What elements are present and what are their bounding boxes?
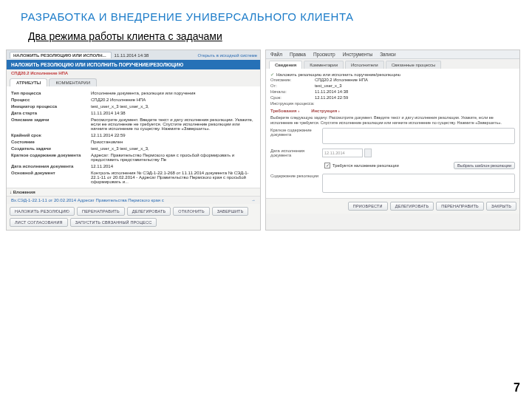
lbl-creator: Создатель задачи bbox=[11, 146, 91, 151]
btn-complete[interactable]: ЗАВЕРШИТЬ bbox=[212, 207, 249, 216]
val-summary: Адресат: Правительство Пермского края с … bbox=[91, 153, 256, 162]
k-from: От: bbox=[270, 83, 315, 88]
btn-start-linked[interactable]: ЗАПУСТИТЬ СВЯЗАННЫЙ ПРОЦЕСС bbox=[70, 218, 157, 227]
val-start: 11.11.2014 14:38 bbox=[91, 111, 256, 115]
rtab-info[interactable]: Сведения bbox=[269, 61, 302, 69]
lbl-desc: Описание задачи bbox=[11, 117, 91, 131]
v-pinstr bbox=[337, 101, 515, 106]
k-desc: Описание: bbox=[270, 78, 315, 82]
v-begin: 11.11.2014 14:38 bbox=[315, 89, 515, 94]
checkbox-need-resolution[interactable]: ✓ bbox=[324, 163, 330, 168]
lbl-summary-r: Краткое содержание документа bbox=[270, 128, 322, 137]
lbl-summary: Краткое содержание документа bbox=[11, 153, 91, 162]
rbtn-close[interactable]: Закрыть bbox=[486, 202, 516, 211]
k-pinstr: Инструкция процесса: bbox=[270, 101, 337, 106]
window-tab[interactable]: НАЛОЖИТЬ РЕЗОЛЮЦИЮ ИЛИ ИСПОЛН... bbox=[10, 52, 112, 58]
btn-delegate[interactable]: ДЕЛЕГИРОВАТЬ bbox=[127, 207, 171, 216]
lbl-maindoc: Основной документ bbox=[11, 171, 91, 184]
page-number: 7 bbox=[514, 381, 520, 395]
input-exec-date[interactable]: 12.11.2014 bbox=[322, 149, 363, 157]
lbl-start: Дата старта bbox=[11, 111, 91, 115]
val-state: Приостановлен bbox=[91, 140, 256, 144]
form-area: Тип процессаИсполнение документа, резолю… bbox=[7, 86, 260, 188]
v-due: 12.11.2014 22:59 bbox=[315, 95, 515, 100]
calendar-icon[interactable] bbox=[364, 149, 372, 157]
rtab-linked[interactable]: Связанные процессы bbox=[386, 61, 442, 69]
k-begin: Начало: bbox=[270, 89, 315, 94]
attachment-link[interactable]: Вх.СЭД-1-22.1-11 от 20.02.2014 Адресат П… bbox=[11, 198, 164, 202]
task-icon: ✔ bbox=[270, 72, 274, 77]
val-creator[interactable]: test_user_x_3 test_user_x_3, bbox=[91, 146, 256, 151]
v-desc: СПД20.2 Исполнение НПА bbox=[315, 78, 515, 82]
lbl-res-content: Содержание резолюции bbox=[270, 174, 322, 178]
btn-resolution[interactable]: НАЛОЖИТЬ РЕЗОЛЮЦИЮ bbox=[10, 207, 75, 216]
process-name: СПД20.2 Исполнение НПА bbox=[7, 69, 260, 78]
lbl-deadline: Крайний срок bbox=[11, 133, 91, 137]
window-titlebar: НАЛОЖИТЬ РЕЗОЛЮЦИЮ ИЛИ ИСПОЛН... 11.11.2… bbox=[7, 50, 260, 60]
left-tabs: АТРИБУТЫ КОММЕНТАРИИ bbox=[7, 78, 260, 86]
val-exec-date: 12.11.2014 bbox=[91, 164, 256, 168]
btn-select-template[interactable]: Выбрать шаблон резолюции bbox=[454, 162, 515, 169]
right-action-bar: Приобрести Делегировать Перенаправить За… bbox=[266, 198, 519, 214]
rbtn-acquire[interactable]: Приобрести bbox=[348, 202, 388, 211]
val-deadline: 12.11.2014 22:59 bbox=[91, 133, 256, 137]
attachments-header[interactable]: ↓ Вложения bbox=[7, 188, 260, 197]
val-type: Исполнение документа, резолюции или пору… bbox=[91, 91, 256, 95]
menu-edit[interactable]: Правка bbox=[290, 52, 306, 57]
v-from: test_user_x_3 bbox=[315, 83, 515, 88]
val-maindoc[interactable]: Контроль исполнения № СЭД-1-22.1-268 от … bbox=[91, 171, 256, 184]
k-due: Срок: bbox=[270, 95, 315, 100]
lbl-type: Тип процесса bbox=[11, 91, 91, 95]
sec-instruction[interactable]: Инструкция › bbox=[311, 106, 340, 114]
app-menu: Файл Правка Просмотр Инструменты Записи bbox=[266, 50, 519, 59]
sec-requirements[interactable]: Требования › bbox=[270, 106, 299, 114]
menu-view[interactable]: Просмотр bbox=[313, 52, 335, 57]
chk-label: Требуется наложение резолюции bbox=[332, 163, 399, 168]
input-resolution[interactable] bbox=[322, 174, 515, 193]
slide-subtitle: Два режима работы клиента с задачами bbox=[0, 24, 532, 47]
open-source-link[interactable]: Открыть в исходной системе bbox=[197, 53, 257, 58]
btn-redirect[interactable]: ПЕРЕНАПРАВИТЬ bbox=[77, 207, 125, 216]
rbtn-delegate[interactable]: Делегировать bbox=[390, 202, 434, 211]
right-body: ✔ Наложить резолюцию или исполнить поруч… bbox=[266, 69, 519, 198]
menu-records[interactable]: Записи bbox=[380, 52, 396, 57]
rbtn-redirect[interactable]: Перенаправить bbox=[436, 202, 484, 211]
action-bar: НАЛОЖИТЬ РЕЗОЛЮЦИЮ ПЕРЕНАПРАВИТЬ ДЕЛЕГИР… bbox=[7, 204, 260, 230]
lbl-initiator: Инициатор процесса bbox=[11, 104, 91, 109]
menu-file[interactable]: Файл bbox=[270, 52, 282, 57]
val-process[interactable]: СПД20.2 Исполнение НПА bbox=[91, 98, 256, 102]
menu-tools[interactable]: Инструменты bbox=[343, 52, 373, 57]
desktop-client-panel: Файл Правка Просмотр Инструменты Записи … bbox=[265, 50, 520, 231]
task-title: Наложить резолюцию или исполнить поручен… bbox=[276, 72, 400, 77]
lbl-exec-date: Дата исполнения документа bbox=[11, 164, 91, 168]
val-desc: Рассмотрите документ. Введите текст и да… bbox=[91, 117, 256, 131]
btn-approval-sheet[interactable]: ЛИСТ СОГЛАСОВАНИЯ bbox=[10, 218, 68, 227]
attachment-open-icon[interactable]: → bbox=[251, 198, 256, 202]
lbl-exec-date-r: Дата исполнения документа bbox=[270, 149, 322, 157]
web-client-panel: НАЛОЖИТЬ РЕЗОЛЮЦИЮ ИЛИ ИСПОЛН... 11.11.2… bbox=[6, 50, 261, 231]
rtab-executors[interactable]: Исполнители bbox=[345, 61, 384, 69]
btn-reject[interactable]: ОТКЛОНИТЬ bbox=[173, 207, 209, 216]
timestamp: 11.11.2014 14:38 bbox=[115, 53, 149, 58]
right-tabs: Сведения Комментарии Исполнители Связанн… bbox=[266, 59, 519, 69]
rtab-comments[interactable]: Комментарии bbox=[304, 61, 344, 69]
val-initiator[interactable]: test_user_x_3 test_user_x_3, bbox=[91, 104, 256, 109]
input-summary[interactable] bbox=[322, 128, 515, 144]
tab-comments[interactable]: КОММЕНТАРИИ bbox=[49, 78, 97, 86]
tab-attributes[interactable]: АТРИБУТЫ bbox=[10, 78, 47, 86]
task-header: НАЛОЖИТЬ РЕЗОЛЮЦИЮ ИЛИ ИСПОЛНИТЬ ПОРУЧЕН… bbox=[7, 60, 260, 69]
lbl-process: Процесс bbox=[11, 98, 91, 102]
lbl-state: Состояние bbox=[11, 140, 91, 144]
slide-title: РАЗРАБОТКА И ВНЕДРЕНИЕ УНИВЕРСАЛЬНОГО КЛ… bbox=[0, 0, 532, 24]
instruction-text: Выберите следующую задачу: Рассмотрите д… bbox=[270, 114, 515, 126]
